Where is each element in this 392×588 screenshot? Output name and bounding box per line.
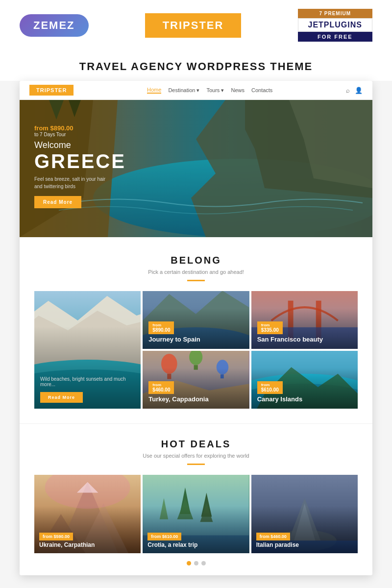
jetplugins-bottom: FOR FREE [298, 32, 372, 42]
destination-greece[interactable]: Blue laguna of Greece Wild beaches, brig… [34, 291, 141, 409]
hero-welcome: Welcome [34, 140, 126, 150]
dest-info-greece: Blue laguna of Greece Wild beaches, brig… [40, 291, 138, 403]
nav-contacts[interactable]: Contacts [251, 87, 272, 93]
deal-name-ukraine: Ukraine, Carpathian [39, 541, 95, 548]
dot-3[interactable] [201, 561, 206, 565]
dest-from-canary: from [261, 383, 279, 387]
demo-tripster-logo: TRIPSTER [29, 85, 74, 96]
hero-price-from: from $890.00 [34, 124, 126, 132]
dest-price-spain: from $890.00 [148, 321, 174, 334]
dest-price-value-sf: $335.00 [261, 327, 279, 333]
nav-news[interactable]: News [231, 87, 245, 93]
deal-croatia[interactable]: from $610.00 Crotia, a relax trip [143, 475, 249, 553]
hero-description: Feel sea breeze, salt in your hair and t… [34, 175, 113, 190]
dot-1[interactable] [187, 561, 191, 565]
destination-sf[interactable]: from $335.00 San Francisco beauty [251, 291, 358, 349]
hot-deals-title: HOT DEALS [34, 439, 358, 450]
nav-home[interactable]: Home [147, 87, 161, 94]
tripster-logo-main[interactable]: TRIPSTER [145, 13, 242, 38]
jetplugins-badge: 7 PREMIUM JETPLUGINS FOR FREE [298, 9, 372, 42]
deal-from-ukraine: from [43, 534, 52, 539]
dest-info-sf: from $335.00 San Francisco beauty [257, 321, 323, 343]
dest-info-spain: from $890.00 Journey to Spain [148, 321, 200, 343]
nav-destination[interactable]: Destination ▾ [168, 87, 199, 94]
dest-from-spain: from [152, 323, 170, 327]
destination-canary[interactable]: from $610.00 Canary Islands [251, 351, 358, 409]
demo-preview: TRIPSTER Home Destination ▾ Tours ▾ News… [20, 81, 372, 575]
deal-price-value-croatia: $610.00 [162, 534, 178, 539]
slider-dots [34, 561, 358, 565]
dest-desc-greece: Wild beaches, bright sunsets and much mo… [40, 376, 138, 387]
deal-italy[interactable]: from $460.00 Italian paradise [251, 475, 358, 553]
jetplugins-middle: JETPLUGINS [298, 18, 372, 32]
hero-read-more-button[interactable]: Read More [34, 196, 81, 208]
demo-nav-links: Home Destination ▾ Tours ▾ News Contacts [147, 87, 272, 94]
zemez-logo[interactable]: ZEMEZ [20, 14, 89, 37]
dest-price-sf: from $335.00 [257, 321, 283, 334]
deal-info-italy: from $460.00 Italian paradise [256, 531, 299, 548]
hero-title: GREECE [34, 150, 126, 172]
dest-price-canary: from $610.00 [257, 381, 283, 394]
dest-name-canary: Canary Islands [257, 395, 303, 403]
deal-price-value-ukraine: $590.00 [54, 534, 70, 539]
dest-info-canary: from $610.00 Canary Islands [257, 381, 303, 403]
dest-name-spain: Journey to Spain [148, 336, 200, 343]
deal-name-italy: Italian paradise [256, 541, 299, 548]
search-icon[interactable]: ⌕ [346, 87, 350, 94]
hot-deals-divider [187, 464, 205, 465]
dest-name-greece: Blue laguna of Greece [40, 291, 138, 374]
dot-2[interactable] [194, 561, 198, 565]
belong-subtitle: Pick a certain destination and go ahead! [34, 269, 358, 275]
dest-price-value-canary: $610.00 [261, 387, 279, 392]
user-icon[interactable]: 👤 [355, 87, 363, 94]
hero-section: from $890.00 to 7 Days Tour Welcome GREE… [20, 100, 372, 237]
deal-price-croatia: from $610.00 [147, 533, 181, 540]
belong-divider [187, 280, 205, 281]
deal-from-croatia: from [151, 534, 161, 539]
deal-price-ukraine: from $590.00 [39, 533, 73, 540]
hot-deals-subtitle: Use our special offers for exploring the… [34, 453, 358, 459]
destination-grid: Blue laguna of Greece Wild beaches, brig… [34, 291, 358, 409]
deal-info-croatia: from $610.00 Crotia, a relax trip [147, 531, 197, 548]
destination-spain[interactable]: from $890.00 Journey to Spain [143, 291, 249, 349]
page-title: TRAVEL AGENCY WORDPRESS THEME [0, 60, 392, 73]
deal-from-italy: from [260, 534, 270, 539]
demo-nav: TRIPSTER Home Destination ▾ Tours ▾ News… [20, 81, 372, 100]
deal-price-italy: from $460.00 [256, 533, 290, 540]
deal-ukraine[interactable]: from $590.00 Ukraine, Carpathian [34, 475, 141, 553]
nav-tours[interactable]: Tours ▾ [206, 87, 224, 94]
hot-deals-section: HOT DEALS Use our special offers for exp… [20, 423, 372, 575]
jetplugins-top: 7 PREMIUM [298, 9, 372, 18]
belong-section: BELONG Pick a certain destination and go… [20, 237, 372, 423]
deals-slider: from $590.00 Ukraine, Carpathian [34, 475, 358, 553]
page-title-bar: TRAVEL AGENCY WORDPRESS THEME [0, 50, 392, 81]
belong-title: BELONG [34, 255, 358, 266]
dest-from-turkey: from [152, 383, 170, 387]
dest-info-turkey: from $460.00 Turkey, Cappadonia [148, 381, 208, 403]
dest-price-turkey: from $460.00 [148, 381, 174, 394]
dest-price-value-turkey: $460.00 [152, 387, 170, 392]
dest-name-sf: San Francisco beauty [257, 336, 323, 343]
dest-price-value-spain: $890.00 [152, 327, 170, 333]
top-header: ZEMEZ TRIPSTER 7 PREMIUM JETPLUGINS FOR … [0, 0, 392, 50]
dest-from-sf: from [261, 323, 279, 327]
deal-name-croatia: Crotia, a relax trip [147, 541, 197, 548]
dest-readmore-greece[interactable]: Read More [40, 392, 83, 403]
demo-nav-icons: ⌕ 👤 [346, 87, 363, 94]
deal-info-ukraine: from $590.00 Ukraine, Carpathian [39, 531, 95, 548]
hero-price-to: to 7 Days Tour [34, 132, 126, 137]
deal-price-value-italy: $460.00 [270, 534, 287, 539]
hero-content: from $890.00 to 7 Days Tour Welcome GREE… [34, 124, 126, 208]
destination-turkey[interactable]: from $460.00 Turkey, Cappadonia [143, 351, 249, 409]
dest-name-turkey: Turkey, Cappadonia [148, 395, 208, 403]
